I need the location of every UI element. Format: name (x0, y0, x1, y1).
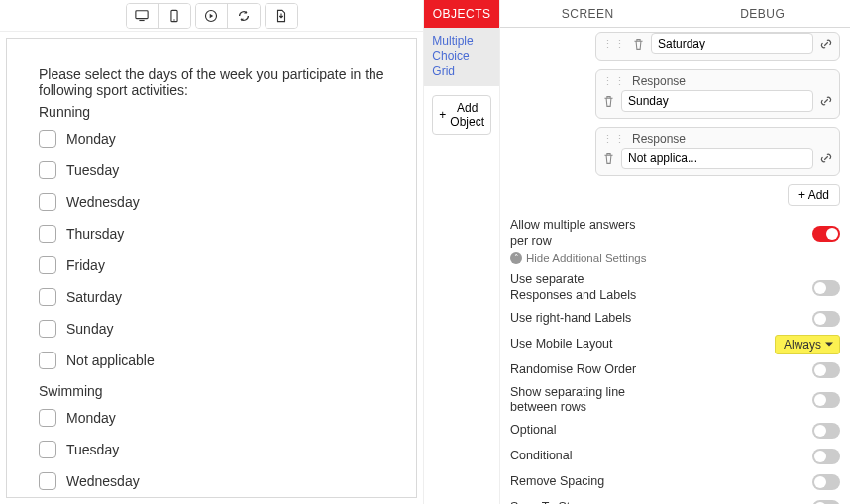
checkbox[interactable] (39, 193, 56, 211)
option-row[interactable]: Friday (39, 256, 384, 274)
refresh-icon (237, 9, 251, 23)
checkbox[interactable] (39, 256, 56, 274)
toggle-allow-multiple[interactable] (812, 226, 840, 242)
trash-icon[interactable] (632, 38, 645, 50)
object-list: Multiple Choice Grid (424, 28, 499, 87)
tab-screen[interactable]: SCREEN (500, 0, 676, 28)
setting-mobile: Use Mobile LayoutAlways (510, 334, 840, 355)
file-icon (274, 9, 288, 23)
setting-label: Save To Store (510, 500, 587, 504)
group-label: Swimming (39, 383, 384, 399)
option-label: Tuesday (66, 162, 119, 178)
response-input[interactable] (651, 33, 813, 54)
option-label: Friday (66, 257, 105, 273)
hide-additional-settings[interactable]: ˄ Hide Additional Settings (510, 252, 840, 264)
toggle-separate[interactable] (812, 280, 840, 296)
toggle-spacing[interactable] (812, 474, 840, 490)
add-object-button[interactable]: + Add Object (432, 95, 491, 135)
option-row[interactable]: Tuesday (39, 441, 384, 458)
preview-pane: Please select the days of the week you p… (0, 0, 424, 504)
select-mobile[interactable]: Always (775, 335, 840, 354)
option-label: Tuesday (66, 442, 119, 457)
option-label: Saturday (66, 289, 122, 305)
checkbox[interactable] (39, 441, 56, 458)
option-row[interactable]: Monday (39, 130, 384, 148)
mobile-button[interactable] (159, 4, 190, 28)
toggle-sepline[interactable] (812, 392, 840, 408)
mid-tabs: OBJECTS (424, 0, 499, 28)
link-icon[interactable] (819, 37, 833, 50)
response-block: ⋮⋮Response (595, 127, 840, 176)
inspector-panel: ⋮⋮⋮⋮Response⋮⋮Response + Add Allow multi… (500, 28, 850, 504)
checkbox[interactable] (39, 320, 56, 338)
drag-handle-icon[interactable]: ⋮⋮ (602, 38, 626, 50)
setting-label: Allow multiple answers per row (510, 218, 639, 249)
option-label: Not applicable (66, 353, 155, 368)
option-row[interactable]: Wednesday (39, 472, 384, 490)
response-input[interactable] (621, 148, 813, 169)
response-block: ⋮⋮ (595, 32, 840, 61)
toggle-randomise[interactable] (812, 362, 840, 378)
option-row[interactable]: Not applicable (39, 352, 384, 369)
toggle-optional[interactable] (812, 423, 840, 439)
checkbox[interactable] (39, 130, 56, 148)
play-icon (204, 9, 218, 23)
tab-objects[interactable]: OBJECTS (424, 0, 499, 28)
response-input[interactable] (621, 90, 813, 112)
refresh-button[interactable] (228, 4, 260, 28)
toggle-conditional[interactable] (812, 449, 840, 464)
checkbox[interactable] (39, 288, 56, 306)
desktop-icon (135, 9, 149, 23)
drag-handle-icon[interactable]: ⋮⋮ (602, 75, 626, 88)
toggle-store[interactable] (812, 500, 840, 504)
add-response-button[interactable]: + Add (788, 184, 840, 206)
preview-canvas[interactable]: Please select the days of the week you p… (6, 38, 417, 498)
drag-handle-icon[interactable]: ⋮⋮ (602, 133, 626, 146)
chevron-up-icon: ˄ (510, 252, 522, 264)
preview-scroll-wrap: Please select the days of the week you p… (0, 32, 423, 504)
object-item-mcgrid[interactable]: Multiple Choice Grid (424, 28, 499, 87)
checkbox[interactable] (39, 352, 56, 369)
setting-label: Randomise Row Order (510, 362, 636, 378)
setting-sepline: Show separating line between rows (510, 385, 840, 416)
file-button[interactable] (266, 4, 297, 28)
svg-point-3 (173, 19, 174, 20)
setting-label: Show separating line between rows (510, 385, 639, 416)
inspector-pane: SCREEN DEBUG ⋮⋮⋮⋮Response⋮⋮Response + Ad… (500, 0, 850, 504)
response-block: ⋮⋮Response (595, 69, 840, 119)
checkbox[interactable] (39, 472, 56, 490)
trash-icon[interactable] (602, 152, 615, 165)
option-label: Wednesday (66, 194, 140, 210)
option-row[interactable]: Saturday (39, 288, 384, 306)
play-button[interactable] (196, 4, 228, 28)
option-row[interactable]: Monday (39, 409, 384, 427)
svg-rect-1 (140, 19, 145, 20)
setting-randomise: Randomise Row Order (510, 359, 840, 381)
svg-rect-0 (136, 10, 148, 18)
option-row[interactable]: Wednesday (39, 193, 384, 211)
setting-conditional: Conditional (510, 446, 840, 467)
desktop-button[interactable] (127, 4, 159, 28)
checkbox[interactable] (39, 409, 56, 427)
action-group (195, 3, 261, 29)
checkbox[interactable] (39, 161, 56, 179)
preview-toolbar (0, 0, 423, 32)
toggle-righthand[interactable] (812, 311, 840, 327)
option-label: Sunday (66, 321, 113, 337)
option-row[interactable]: Tuesday (39, 161, 384, 179)
link-icon[interactable] (819, 94, 833, 108)
option-row[interactable]: Sunday (39, 320, 384, 338)
plus-icon: + (439, 108, 446, 122)
setting-label: Use right-hand Labels (510, 311, 631, 327)
right-tabs: SCREEN DEBUG (500, 0, 850, 28)
trash-icon[interactable] (602, 95, 615, 108)
option-row[interactable]: Thursday (39, 225, 384, 243)
checkbox[interactable] (39, 225, 56, 243)
setting-righthand: Use right-hand Labels (510, 308, 840, 330)
setting-label: Conditional (510, 449, 573, 464)
link-icon[interactable] (819, 151, 833, 165)
option-label: Monday (66, 131, 116, 147)
setting-allow-multiple: Allow multiple answers per row (510, 218, 840, 249)
add-object-label: Add Object (450, 101, 484, 129)
tab-debug[interactable]: DEBUG (676, 0, 851, 28)
